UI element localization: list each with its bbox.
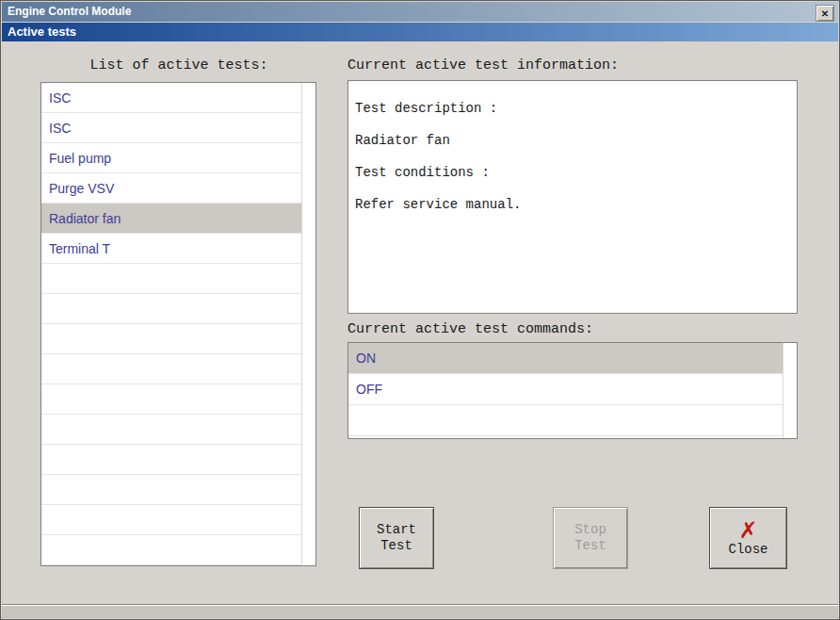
close-x-icon: ✗ — [738, 519, 757, 542]
status-bar — [2, 604, 838, 618]
window-title: Engine Control Module — [8, 5, 131, 18]
list-item[interactable]: ISC — [41, 83, 301, 113]
list-item-empty — [41, 505, 301, 535]
list-item-empty — [41, 294, 301, 324]
list-item-selected[interactable]: Radiator fan — [41, 204, 301, 234]
close-button[interactable]: ✗ Close — [709, 507, 787, 569]
active-tests-list: ISC ISC Fuel pump Purge VSV Radiator fan… — [40, 82, 316, 566]
list-item-empty — [41, 475, 301, 505]
close-button-label: Close — [728, 542, 767, 558]
active-tests-header-label: Active tests — [8, 24, 76, 39]
list-item[interactable]: Terminal T — [41, 234, 301, 264]
close-icon: ✕ — [821, 4, 829, 24]
command-item-empty — [348, 405, 783, 436]
list-gutter — [301, 83, 315, 565]
test-info-box: Test description : Radiator fan Test con… — [347, 80, 798, 314]
engine-control-module-window: Engine Control Module ✕ Active tests Lis… — [0, 0, 840, 620]
test-info-label: Current active test information: — [347, 57, 619, 73]
command-item[interactable]: OFF — [348, 374, 783, 405]
list-item-empty — [41, 445, 301, 475]
list-item[interactable]: ISC — [41, 113, 301, 143]
list-item[interactable]: Purge VSV — [41, 173, 301, 204]
test-commands-list: ON OFF — [347, 342, 798, 439]
start-test-button[interactable]: Start Test — [359, 507, 434, 569]
active-tests-header: Active tests — [2, 23, 838, 41]
title-bar: Engine Control Module ✕ — [2, 2, 838, 22]
list-item-empty — [41, 415, 301, 445]
list-item-empty — [41, 535, 301, 565]
list-gutter — [783, 343, 797, 438]
active-tests-list-label: List of active tests: — [40, 57, 317, 73]
list-item-empty — [41, 324, 301, 354]
list-item-empty — [41, 354, 301, 384]
list-item[interactable]: Fuel pump — [41, 143, 301, 173]
test-commands-label: Current active test commands: — [347, 321, 593, 337]
test-info-text: Test description : Radiator fan Test con… — [355, 101, 521, 212]
window-close-button[interactable]: ✕ — [816, 5, 834, 22]
list-item-empty — [41, 264, 301, 294]
command-item-selected[interactable]: ON — [348, 343, 783, 374]
list-item-empty — [41, 384, 301, 415]
stop-test-button[interactable]: Stop Test — [553, 507, 628, 569]
